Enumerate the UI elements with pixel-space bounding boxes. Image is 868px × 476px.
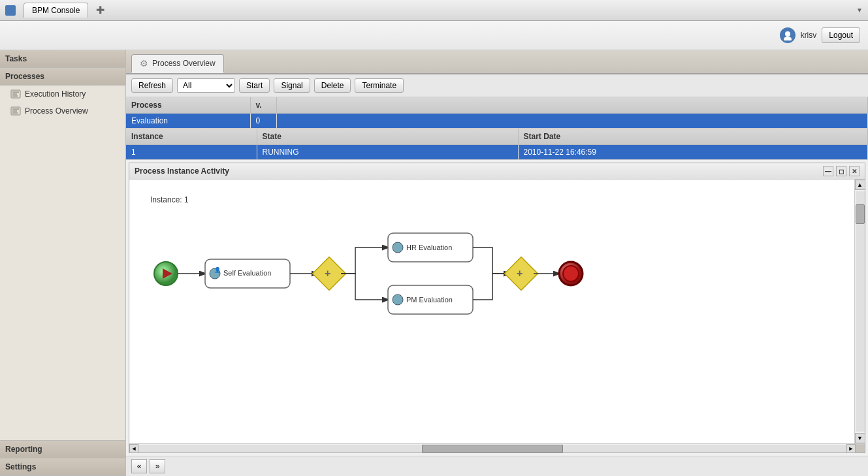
connector	[473, 274, 509, 300]
pm-eval-icon	[393, 294, 403, 305]
prev-page-button[interactable]: «	[131, 459, 147, 473]
title-tab[interactable]: BPM Console	[24, 3, 88, 18]
scroll-left-button[interactable]: ◄	[129, 444, 138, 453]
sidebar-execution-history-label: Execution History	[25, 89, 86, 99]
main-layout: Tasks Processes Execution History Proces…	[0, 50, 868, 476]
tab-label: Process Overview	[152, 59, 216, 68]
state-col-header: State	[257, 129, 518, 145]
scroll-up-button[interactable]: ▲	[855, 180, 865, 190]
sidebar-settings-header[interactable]: Settings	[0, 458, 125, 476]
join-gateway-symbol: +	[517, 268, 522, 279]
instance-cell: 1	[126, 145, 257, 160]
version-col-header: v.	[250, 97, 276, 114]
username-label: krisv	[801, 31, 817, 40]
pagination: « »	[126, 456, 868, 476]
tab-process-overview[interactable]: ⚙ Process Overview	[131, 54, 224, 73]
hr-eval-icon	[393, 242, 403, 253]
sidebar-item-process-overview[interactable]: Process Overview	[0, 103, 125, 119]
table-row[interactable]: Evaluation 0	[126, 114, 868, 129]
content-area: ⚙ Process Overview Refresh All Active Co…	[126, 50, 868, 476]
connector	[341, 247, 388, 274]
user-avatar-icon	[780, 27, 796, 43]
terminate-button[interactable]: Terminate	[355, 78, 404, 93]
instance-col-header: Instance	[126, 129, 257, 145]
self-eval-label: Self Evaluation	[223, 269, 271, 277]
sidebar-bottom: Reporting Settings	[0, 440, 125, 476]
start-button[interactable]: Start	[239, 78, 270, 93]
h-scroll-thumb[interactable]	[422, 445, 564, 452]
connector	[341, 274, 388, 300]
bpmn-diagram: 👤 Self Evaluation +	[140, 215, 597, 332]
instance-table-row[interactable]: 1 RUNNING 2010-11-22 16:46:59	[126, 145, 868, 160]
execution-history-icon	[10, 89, 21, 99]
process-table-container: Process v. Evaluation 0	[126, 97, 868, 128]
toolbar: Refresh All Active Completed Start Signa…	[126, 74, 868, 97]
process-panel: Refresh All Active Completed Start Signa…	[126, 74, 868, 476]
titlebar: BPM Console ✚ ▼	[0, 0, 868, 21]
extra-cell	[276, 114, 868, 129]
h-scroll-track	[138, 445, 846, 452]
horizontal-scrollbar: ◄ ►	[129, 443, 865, 452]
sidebar-item-execution-history[interactable]: Execution History	[0, 86, 125, 103]
top-tables: Process v. Evaluation 0	[126, 97, 868, 160]
sidebar-reporting-header[interactable]: Reporting	[0, 441, 125, 458]
version-cell: 0	[250, 114, 276, 129]
process-overview-icon	[10, 106, 21, 116]
split-gateway-symbol: +	[325, 268, 330, 279]
sidebar-process-overview-label: Process Overview	[25, 106, 88, 116]
header: krisv Logout	[0, 21, 868, 50]
scroll-track	[856, 191, 865, 432]
restore-button[interactable]: ◻	[836, 166, 846, 176]
sidebar-tasks-header[interactable]: Tasks	[0, 50, 125, 68]
split-area: Process v. Evaluation 0	[126, 97, 868, 476]
activity-body: Instance: 1	[129, 180, 865, 443]
resize-corner	[856, 444, 865, 453]
refresh-button[interactable]: Refresh	[131, 78, 173, 93]
hr-eval-label: HR Evaluation	[406, 244, 452, 251]
tab-bar: ⚙ Process Overview	[126, 50, 868, 74]
start-date-cell: 2010-11-22 16:46:59	[518, 145, 868, 160]
sidebar: Tasks Processes Execution History Proces…	[0, 50, 126, 476]
scroll-thumb[interactable]	[856, 204, 865, 224]
process-cell: Evaluation	[126, 114, 250, 129]
titlebar-arrow-icon[interactable]: ▼	[856, 7, 863, 14]
instance-section: Instance State Start Date 1 RUNNING 2010…	[126, 128, 868, 159]
close-button[interactable]: ✕	[849, 166, 860, 176]
instance-table: Instance State Start Date 1 RUNNING 2010…	[126, 129, 868, 159]
svg-point-0	[785, 31, 790, 37]
signal-button[interactable]: Signal	[274, 78, 310, 93]
delete-button[interactable]: Delete	[314, 78, 351, 93]
state-cell: RUNNING	[257, 145, 518, 160]
end-inner-circle	[563, 266, 579, 281]
minimize-button[interactable]: —	[823, 166, 833, 176]
connector	[473, 247, 509, 274]
svg-text:👤: 👤	[214, 266, 221, 273]
next-page-button[interactable]: »	[150, 459, 165, 473]
activity-canvas: Instance: 1	[129, 180, 854, 443]
process-col-header: Process	[126, 97, 250, 114]
process-table: Process v. Evaluation 0	[126, 97, 868, 128]
svg-point-1	[784, 37, 792, 40]
activity-header: Process Instance Activity — ◻ ✕	[129, 163, 865, 180]
app-icon	[5, 5, 16, 16]
vertical-scrollbar: ▲ ▼	[854, 180, 865, 443]
scroll-right-button[interactable]: ►	[846, 444, 856, 453]
activity-panel: Process Instance Activity — ◻ ✕ Instance…	[129, 163, 865, 453]
tab-gear-icon: ⚙	[140, 58, 148, 69]
extra-col-header	[276, 97, 868, 114]
activity-header-controls: — ◻ ✕	[823, 166, 860, 176]
add-tab-button[interactable]: ✚	[96, 4, 104, 16]
scroll-down-button[interactable]: ▼	[855, 433, 865, 443]
instance-label: Instance: 1	[140, 190, 844, 210]
activity-panel-title: Process Instance Activity	[135, 167, 229, 176]
filter-select[interactable]: All Active Completed	[177, 78, 235, 93]
start-date-col-header: Start Date	[518, 129, 868, 145]
pm-eval-label: PM Evaluation	[406, 296, 453, 304]
logout-button[interactable]: Logout	[822, 27, 860, 43]
sidebar-processes-header[interactable]: Processes	[0, 68, 125, 86]
